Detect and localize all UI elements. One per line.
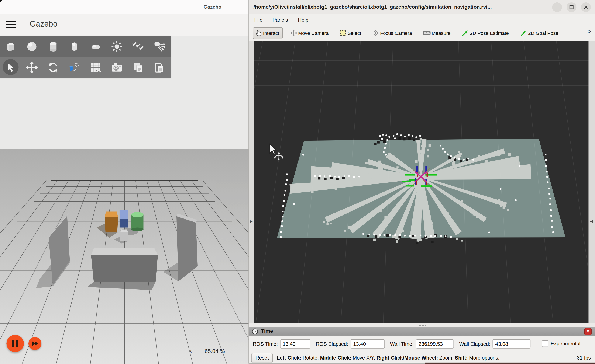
rviz-menubar: FilePanelsHelp xyxy=(249,14,595,26)
hamburger-icon[interactable] xyxy=(6,21,16,29)
real-time-factor-value: 65.04 % xyxy=(205,348,225,354)
screenshot-icon xyxy=(110,61,123,74)
box-icon xyxy=(4,40,17,53)
experimental-checkbox-group: Experimental xyxy=(542,340,581,347)
tool-label: 2D Pose Estimate xyxy=(470,30,509,36)
view-angle-icon xyxy=(89,61,102,74)
menu-file[interactable]: File xyxy=(254,17,262,23)
ellipsoid-tool[interactable] xyxy=(85,36,106,57)
gazebo-shape-toolbar xyxy=(0,36,171,57)
gazebo-3d-viewport[interactable] xyxy=(0,36,250,364)
interact-hand-icon xyxy=(255,29,262,37)
experimental-label: Experimental xyxy=(551,341,581,347)
translate-icon xyxy=(26,61,38,74)
rviz-window: /home/y/Olive/install/olixbotg1_gazebo/s… xyxy=(248,0,595,363)
tool-label: 2D Goal Pose xyxy=(528,30,558,36)
fast-forward-button[interactable] xyxy=(28,337,41,350)
tool-select[interactable]: Select xyxy=(337,27,365,39)
tool-label: Interact xyxy=(263,30,279,36)
toolbar-overflow-button[interactable]: » xyxy=(588,27,591,34)
tool-label: Select xyxy=(348,30,361,36)
time-field-value-4[interactable]: 43.08 xyxy=(493,339,531,349)
time-panel-title: Time xyxy=(261,328,273,334)
minimize-button[interactable] xyxy=(552,2,562,12)
time-field-value-1[interactable]: 13.40 xyxy=(280,339,311,349)
panel-splitter[interactable] xyxy=(249,323,595,327)
panel-close-icon[interactable]: ✕ xyxy=(584,328,592,335)
ellipsoid-icon xyxy=(89,40,102,53)
tool-interact[interactable]: Interact xyxy=(253,27,283,39)
time-field-label: ROS Time: xyxy=(253,341,278,347)
select-icon xyxy=(5,62,16,73)
tool-measure[interactable]: Measure xyxy=(421,28,454,38)
rotate-tool[interactable] xyxy=(42,57,64,78)
tool-label: Focus Camera xyxy=(380,30,412,36)
tool-move-camera[interactable]: Move Camera xyxy=(288,27,332,39)
transform-tool[interactable] xyxy=(64,57,85,78)
close-button[interactable] xyxy=(581,2,591,12)
menu-help[interactable]: Help xyxy=(298,17,309,23)
tool-2d-pose-estimate[interactable]: 2D Pose Estimate xyxy=(459,27,512,39)
real-time-factor: ‹ 65.04 % xyxy=(190,347,247,355)
clock-icon xyxy=(249,328,258,334)
sphere-tool[interactable] xyxy=(21,36,42,57)
pose-estimate-arrow-icon xyxy=(462,29,469,37)
rviz-titlebar[interactable]: /home/y/Olive/install/olixbotg1_gazebo/s… xyxy=(249,0,595,14)
fps-counter: 31 fps xyxy=(577,355,591,361)
directional-light-icon xyxy=(132,40,145,53)
background-window-strip xyxy=(425,363,595,364)
translate-tool[interactable] xyxy=(21,57,42,78)
tool-focus-camera[interactable]: Focus Camera xyxy=(370,27,415,39)
maximize-button[interactable] xyxy=(567,2,576,12)
cylinder-tool[interactable] xyxy=(42,36,64,57)
mouse-help-text: Left-Click: Rotate. Middle-Click: Move X… xyxy=(277,355,499,361)
gazebo-edit-toolbar xyxy=(0,57,171,78)
rviz-3d-viewport[interactable] xyxy=(254,41,589,323)
experimental-checkbox[interactable] xyxy=(542,340,548,347)
spot-light-tool[interactable] xyxy=(149,36,170,57)
desktop: Gazebo Gazebo ‹ 65.04 % /home/y/Olive/in… xyxy=(0,0,595,364)
gazebo-app-name: Gazebo xyxy=(29,19,57,28)
paste-tool[interactable] xyxy=(149,57,170,78)
screenshot-tool[interactable] xyxy=(106,57,128,78)
directional-light-tool[interactable] xyxy=(128,36,149,57)
capsule-tool[interactable] xyxy=(64,36,85,57)
time-panel-bottom: Reset Left-Click: Rotate. Middle-Click: … xyxy=(249,352,595,363)
rotate-icon xyxy=(47,61,60,74)
spot-light-icon xyxy=(153,40,166,53)
move-camera-icon xyxy=(290,29,297,36)
sphere-icon xyxy=(26,40,38,53)
tool-label: Measure xyxy=(432,30,451,36)
copy-tool[interactable] xyxy=(128,57,149,78)
gazebo-toolbar xyxy=(0,36,171,78)
copy-icon xyxy=(132,61,145,74)
splitter-handle[interactable] xyxy=(419,324,427,326)
expand-right-icon: ▶ xyxy=(250,219,253,223)
time-panel-header[interactable]: Time ✕ xyxy=(249,327,595,336)
cylinder-icon xyxy=(47,40,60,53)
rviz-window-title: /home/y/Olive/install/olixbotg1_gazebo/s… xyxy=(254,0,492,14)
point-light-tool[interactable] xyxy=(106,36,128,57)
time-field-label: Wall Time: xyxy=(390,341,414,347)
time-field-label: ROS Elapsed: xyxy=(316,341,348,347)
time-panel: Time ✕ ROS Time:13.40ROS Elapsed:13.40Wa… xyxy=(249,327,595,363)
right-panel-expander[interactable]: ◀ xyxy=(589,41,595,323)
paste-icon xyxy=(153,61,166,74)
window-bottom-edge xyxy=(248,363,425,364)
rviz-toolbar: InteractMove CameraSelectFocus CameraMea… xyxy=(249,26,595,41)
select-tool[interactable] xyxy=(0,57,21,78)
chevron-left-icon[interactable]: ‹ xyxy=(190,348,192,354)
time-field-value-3[interactable]: 286199.53 xyxy=(416,339,454,349)
pause-button[interactable] xyxy=(6,335,24,352)
time-field-value-2[interactable]: 13.40 xyxy=(350,339,385,349)
measure-icon xyxy=(423,30,431,36)
expand-left-icon: ◀ xyxy=(590,219,593,223)
time-field-label: Wall Elapsed: xyxy=(459,341,490,347)
capsule-icon xyxy=(68,40,81,53)
left-panel-expander[interactable]: ▶ xyxy=(249,41,254,323)
view-angle-tool[interactable] xyxy=(85,57,106,78)
menu-panels[interactable]: Panels xyxy=(272,17,288,23)
tool-2d-goal-pose[interactable]: 2D Goal Pose xyxy=(517,27,562,39)
reset-button[interactable]: Reset xyxy=(251,353,273,363)
box-tool[interactable] xyxy=(0,36,21,57)
